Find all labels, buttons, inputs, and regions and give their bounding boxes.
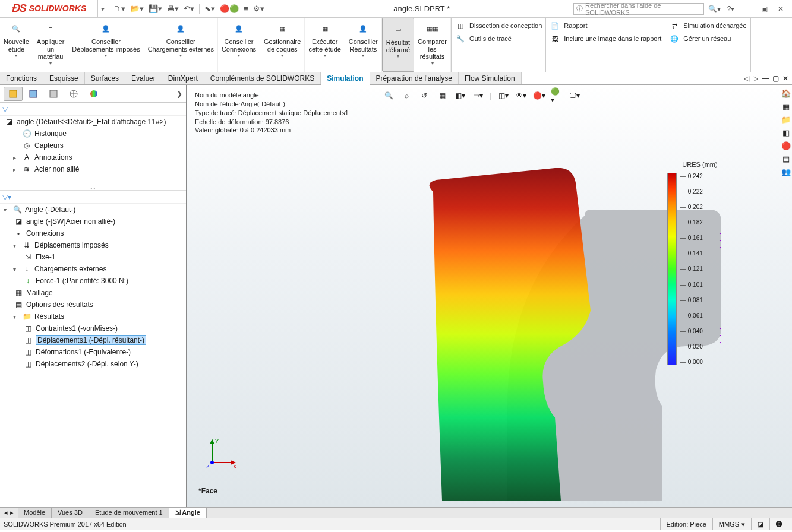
taskpane-home-icon[interactable]: 🏠 bbox=[780, 87, 792, 99]
ribbon-conseiller-depl-button[interactable]: 👤ConseillerDéplacements imposés▾ bbox=[68, 18, 144, 72]
tab-flow-simulation[interactable]: Flow Simulation bbox=[459, 72, 522, 84]
taskpane-library-icon[interactable]: ▦ bbox=[780, 100, 792, 112]
panel-tab-feature-tree[interactable] bbox=[4, 87, 23, 101]
display-style-icon[interactable]: ▭▾ bbox=[472, 90, 484, 102]
status-rebuild-icon[interactable]: ⓿ bbox=[769, 518, 788, 530]
doc-tab-vues-3d[interactable]: Vues 3D bbox=[52, 508, 89, 518]
taskpane-appearance-icon[interactable]: 🔴 bbox=[780, 140, 792, 151]
zoom-fit-icon[interactable]: 🔍 bbox=[383, 90, 395, 102]
taskpane-forum-icon[interactable]: 👥 bbox=[780, 166, 792, 178]
ribbon-executer-button[interactable]: ▦Exécutercette étude▾ bbox=[305, 18, 345, 72]
coordinate-triad[interactable]: Y X Z bbox=[203, 436, 239, 471]
status-custom-icon[interactable]: ◪ bbox=[751, 518, 769, 530]
status-edition[interactable]: Edition: Pièce bbox=[660, 518, 712, 530]
panel-max-icon[interactable]: ▢ bbox=[772, 74, 779, 83]
prev-view-icon[interactable]: ↺ bbox=[418, 90, 430, 102]
taskpane-explorer-icon[interactable]: 📁 bbox=[780, 113, 792, 125]
panel-expand-icon[interactable]: ❯ bbox=[176, 90, 182, 98]
sim-force-item[interactable]: ↓Force-1 (:Par entité: 3000 N:) bbox=[0, 275, 186, 287]
sim-results[interactable]: ▾📁Résultats bbox=[0, 311, 186, 322]
ribbon-gerer-reseau-button[interactable]: 🌐Gérer un réseau bbox=[669, 33, 746, 44]
help-dropdown-icon[interactable]: ?▾ bbox=[724, 4, 737, 14]
qat-open-icon[interactable]: 📂▾ bbox=[130, 4, 144, 13]
section-view-icon[interactable]: ▦ bbox=[436, 90, 448, 102]
sim-fixture-item[interactable]: ⇲Fixe-1 bbox=[0, 251, 186, 263]
panel-tab-dim[interactable] bbox=[64, 87, 83, 101]
sim-result-options[interactable]: ▤Options des résultats bbox=[0, 299, 186, 311]
taskpane-view-icon[interactable]: ◧ bbox=[780, 126, 792, 138]
ribbon-conseiller-charg-button[interactable]: 👤ConseillerChargements externes▾ bbox=[144, 18, 218, 72]
qat-settings-icon[interactable]: ⚙▾ bbox=[253, 4, 264, 13]
sim-result-plot[interactable]: ◫Contraintes1 (-vonMises-) bbox=[0, 322, 186, 334]
viewport-settings-icon[interactable]: 🖵▾ bbox=[569, 90, 580, 102]
panel-tab-appearance[interactable] bbox=[84, 87, 103, 101]
tab-esquisse[interactable]: Esquisse bbox=[43, 72, 85, 84]
qat-new-icon[interactable]: 🗋▾ bbox=[113, 4, 125, 13]
doc-tab-nav[interactable]: ◂ ▸ bbox=[0, 508, 18, 518]
doc-tab-angle[interactable]: ⇲ Angle bbox=[169, 508, 207, 518]
filter-icon[interactable]: ▽ bbox=[2, 105, 8, 113]
sim-loads[interactable]: ▾↓Chargements externes bbox=[0, 263, 186, 275]
tab-fonctions[interactable]: Fonctions bbox=[0, 72, 43, 84]
sim-result-plot[interactable]: ◫Déformations1 (-Equivalente-) bbox=[0, 346, 186, 358]
doc-tab-modèle[interactable]: Modèle bbox=[18, 508, 52, 518]
ribbon-conseiller-res-button[interactable]: 👤ConseillerRésultats▾ bbox=[345, 18, 382, 72]
ribbon-gest-coques-button[interactable]: ▦Gestionnairede coques▾ bbox=[260, 18, 305, 72]
tab-evaluer[interactable]: Evaluer bbox=[125, 72, 162, 84]
sim-mesh[interactable]: ▦Maillage bbox=[0, 287, 186, 299]
feature-tree-root[interactable]: ◪angle (Défaut<<Défaut>_Etat d'affichage… bbox=[0, 116, 186, 128]
filter-icon[interactable]: ▽▾ bbox=[2, 193, 11, 201]
sim-study-root[interactable]: ▾🔍Angle (-Défaut-) bbox=[0, 204, 186, 216]
tab-préparation-de-l'analyse[interactable]: Préparation de l'analyse bbox=[370, 72, 459, 84]
view-icon[interactable]: 👁▾ bbox=[515, 90, 527, 102]
restore-icon[interactable]: ▣ bbox=[758, 4, 771, 14]
panel-tab-property[interactable] bbox=[24, 87, 43, 101]
zoom-area-icon[interactable]: ⌕ bbox=[400, 90, 412, 102]
tab-dimxpert[interactable]: DimXpert bbox=[162, 72, 204, 84]
ribbon-appliquer-materiau-button[interactable]: ≡Appliquerunmatériau▾ bbox=[33, 18, 68, 72]
feature-tree-item[interactable]: ▸≋Acier non allié bbox=[0, 163, 186, 175]
qat-print-icon[interactable]: 🖶▾ bbox=[167, 4, 179, 13]
taskpane-props-icon[interactable]: ▤ bbox=[780, 153, 792, 164]
ribbon-image-rapport-button[interactable]: 🖼Inclure une image dans le rapport bbox=[550, 33, 661, 44]
hide-show-icon[interactable]: ◫▾ bbox=[497, 90, 509, 102]
qat-save-icon[interactable]: 💾▾ bbox=[149, 4, 162, 13]
panel-next-icon[interactable]: ▷ bbox=[753, 74, 758, 83]
close-icon[interactable]: ✕ bbox=[774, 4, 787, 14]
panel-min-icon[interactable]: — bbox=[762, 74, 769, 83]
ribbon-nouvelle-etude-button[interactable]: 🔍Nouvelleétude▾ bbox=[0, 18, 33, 72]
panel-close-icon[interactable]: ✕ bbox=[782, 74, 788, 83]
sim-connections[interactable]: ⫘Connexions bbox=[0, 227, 186, 239]
panel-prev-icon[interactable]: ◁ bbox=[744, 74, 749, 83]
graphics-viewport[interactable]: Nom du modèle:angleNom de l'étude:Angle(… bbox=[187, 85, 792, 507]
ribbon-conseiller-conn-button[interactable]: 👤ConseillerConnexions▾ bbox=[218, 18, 260, 72]
feature-tree-item[interactable]: ▸AAnnotations bbox=[0, 151, 186, 163]
tab-simulation[interactable]: Simulation bbox=[321, 72, 370, 85]
splitter-handle[interactable]: • • bbox=[0, 185, 186, 191]
status-units[interactable]: MMGS ▾ bbox=[712, 518, 751, 530]
minimize-icon[interactable]: — bbox=[741, 4, 754, 14]
view-orient-icon[interactable]: ◧▾ bbox=[454, 90, 466, 102]
scene-icon[interactable]: 🟢▾ bbox=[551, 90, 563, 102]
qat-select-icon[interactable]: ⬉▾ bbox=[204, 4, 215, 13]
ribbon-outils-trace-button[interactable]: 🔧Outils de tracé bbox=[455, 33, 542, 44]
tab-compléments-de-solidworks[interactable]: Compléments de SOLIDWORKS bbox=[204, 72, 321, 84]
appearance-icon[interactable]: 🔴▾ bbox=[533, 90, 545, 102]
sim-result-plot[interactable]: ◫Déplacements2 (-Dépl. selon Y-) bbox=[0, 358, 186, 370]
search-button-icon[interactable]: 🔍▾ bbox=[708, 4, 721, 14]
logo-dropdown-icon[interactable]: ▾ bbox=[98, 5, 108, 13]
tab-surfaces[interactable]: Surfaces bbox=[85, 72, 125, 84]
ribbon-sim-dechargee-button[interactable]: ⇄Simulation déchargée bbox=[669, 20, 746, 31]
sim-fixtures[interactable]: ▾⇊Déplacements imposés bbox=[0, 239, 186, 251]
qat-options-icon[interactable]: ≡ bbox=[244, 4, 248, 13]
panel-tab-config[interactable] bbox=[44, 87, 63, 101]
sim-material[interactable]: ◪angle (-[SW]Acier non allié-) bbox=[0, 216, 186, 227]
feature-tree-item[interactable]: ◎Capteurs bbox=[0, 140, 186, 151]
help-search-input[interactable]: ⓘRechercher dans l'aide de SOLIDWORKS bbox=[573, 3, 704, 15]
qat-undo-icon[interactable]: ↶▾ bbox=[184, 4, 194, 13]
ribbon-resultat-deforme-button[interactable]: ▭Résultatdéformé▾ bbox=[382, 18, 414, 72]
ribbon-rapport-button[interactable]: 📄Rapport bbox=[550, 20, 661, 31]
sim-result-plot[interactable]: ◫Déplacements1 (-Dépl. résultant-) bbox=[0, 334, 186, 346]
app-logo[interactable]: ƉSSOLIDWORKS bbox=[0, 0, 98, 17]
doc-tab-etude-de-mouvement-1[interactable]: Etude de mouvement 1 bbox=[89, 508, 169, 518]
